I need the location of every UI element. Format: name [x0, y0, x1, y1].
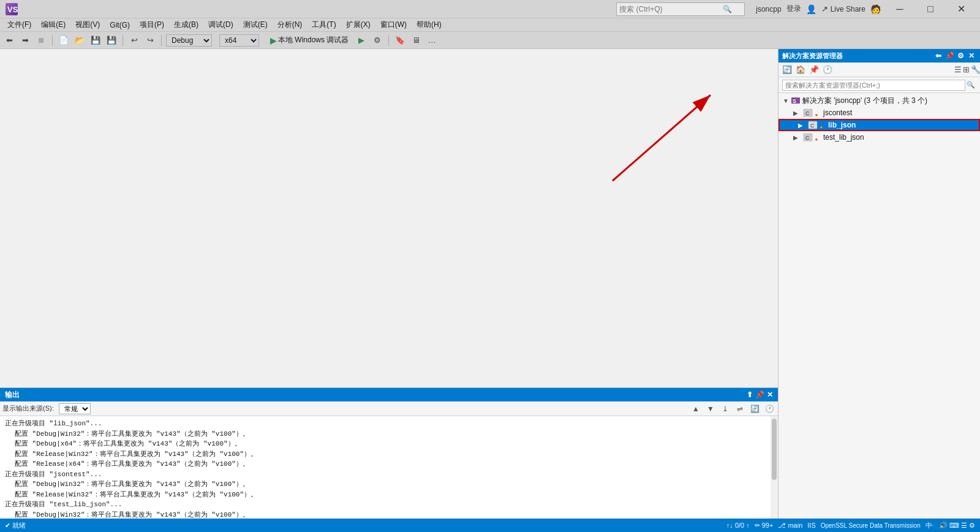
branch-label: main: [788, 522, 802, 529]
run-btn[interactable]: ▶ 本地 Windows 调试器: [266, 34, 352, 47]
liveshare-btn[interactable]: ↗ Live Share: [821, 4, 865, 13]
title-search-input[interactable]: [617, 5, 721, 13]
se-close-btn[interactable]: ✕: [967, 51, 976, 61]
openssl-label: OpenSSL Secure Data Transmission: [821, 522, 921, 529]
tree-lib-json[interactable]: ▶ C ● lib_json: [778, 119, 980, 131]
output-panel: 输出 ⬆ 📌 ✕ 显示输出来源(S): 常规 生成 调试 ▲ ▼ ⤓ ⇌ 🔄 🕐: [0, 387, 778, 522]
svg-text:C: C: [805, 110, 810, 116]
se-search-icon[interactable]: 🔍: [965, 80, 976, 91]
se-search-input[interactable]: [782, 80, 965, 91]
tree-jscontest[interactable]: ▶ C ● jscontest: [778, 107, 980, 119]
se-unpin-btn[interactable]: 📌: [944, 51, 954, 61]
tree-solution-root[interactable]: ▼ S 解决方案 'jsoncpp' (3 个项目，共 3 个): [778, 94, 980, 107]
title-search[interactable]: 🔍: [616, 2, 745, 16]
output-dock-btn[interactable]: 📌: [755, 390, 764, 399]
menu-window[interactable]: 窗口(W): [375, 18, 412, 31]
toolbar-redo-btn[interactable]: ↪: [143, 34, 157, 47]
menu-git[interactable]: Git(G): [105, 20, 135, 31]
status-left: ✔ 就绪: [5, 521, 26, 530]
platform-select[interactable]: x64 x86 Win32: [219, 34, 259, 47]
toolbar-bookmark-btn[interactable]: 🔖: [393, 34, 407, 47]
status-right: ↑↓ 0/0 ↑ ✏ 99+ ⎇ main IIS OpenSSL Secure…: [726, 521, 975, 530]
output-header: 输出 ⬆ 📌 ✕: [0, 388, 778, 401]
status-branch[interactable]: ⎇ main: [778, 522, 802, 530]
solution-label: 解决方案 'jsoncpp' (3 个项目，共 3 个): [802, 96, 927, 106]
output-line-8: 配置 "Release|Win32"：将平台工具集更改为 "v143"（之前为 …: [5, 490, 773, 500]
menu-extensions[interactable]: 扩展(X): [341, 18, 375, 31]
tree-test-lib-json[interactable]: ▶ C ● test_lib_json: [778, 131, 980, 143]
se-toolbar-sync[interactable]: 🔄: [781, 64, 793, 76]
output-time-btn[interactable]: 🕐: [763, 403, 775, 415]
output-source-select[interactable]: 常规 生成 调试: [59, 403, 91, 414]
se-toolbar-home[interactable]: 🏠: [794, 64, 807, 76]
output-scroll-end-btn[interactable]: ⤓: [719, 403, 731, 415]
output-line-5: 配置 "Release|x64"：将平台工具集更改为 "v143"（之前为 "v…: [5, 459, 773, 469]
toolbar-attach-btn[interactable]: ⚙: [371, 34, 384, 47]
user-icon[interactable]: 👤: [806, 4, 816, 14]
output-scrollbar[interactable]: [771, 416, 778, 522]
menu-file[interactable]: 文件(F): [2, 18, 36, 31]
se-toolbar-filter[interactable]: 🔧: [971, 64, 980, 76]
menu-analyze[interactable]: 分析(N): [273, 18, 307, 31]
output-line-2: 配置 "Debug|Win32"：将平台工具集更改为 "v143"（之前为 "v…: [5, 429, 773, 439]
se-tree: ▼ S 解决方案 'jsoncpp' (3 个项目，共 3 个) ▶ C: [778, 93, 980, 522]
liveshare-icon: ↗: [821, 4, 828, 13]
se-settings-btn[interactable]: ⚙: [956, 51, 965, 61]
pencil-icon: ✏: [755, 522, 760, 530]
toolbar-new-btn[interactable]: 📄: [57, 34, 70, 47]
output-close-btn[interactable]: ✕: [767, 390, 773, 399]
status-errors[interactable]: ↑↓ 0/0 ↑: [726, 522, 750, 529]
toolbar-open-btn[interactable]: 📂: [73, 34, 86, 47]
liveshare-label: Live Share: [831, 5, 865, 13]
jscontest-arrow: ▶: [791, 110, 801, 116]
toolbar-undo-btn[interactable]: ↩: [127, 34, 141, 47]
output-scrollbar-thumb[interactable]: [772, 419, 777, 480]
output-sync-btn[interactable]: 🔄: [748, 403, 761, 415]
toolbar-play2-btn[interactable]: ▶: [355, 34, 368, 47]
toolbar-more-btn[interactable]: …: [425, 34, 439, 47]
jscontest-overlay: ●: [812, 110, 821, 120]
git-icon: ⎇: [778, 522, 786, 530]
maximize-btn[interactable]: □: [916, 0, 944, 18]
se-toolbar-clock[interactable]: 🕐: [821, 64, 834, 76]
menu-test[interactable]: 测试(E): [238, 18, 273, 31]
menu-debug[interactable]: 调试(D): [203, 18, 238, 31]
output-content[interactable]: 正在升级项目 "lib_json"... 配置 "Debug|Win32"：将平…: [0, 416, 778, 522]
se-toolbar-view2[interactable]: ⊞: [963, 64, 970, 76]
test-lib-json-overlay: ●: [812, 134, 821, 144]
toolbar-screen-btn[interactable]: 🖥: [409, 34, 423, 47]
toolbar-saveall-btn[interactable]: 💾: [105, 34, 118, 47]
se-toolbar-view1[interactable]: ☰: [954, 64, 962, 76]
menu-build[interactable]: 生成(B): [169, 18, 203, 31]
toolbar-forward-btn[interactable]: ➡: [18, 34, 32, 47]
se-toolbar: 🔄 🏠 📌 🕐 ☰ ⊞ 🔧 ⊞: [778, 63, 980, 77]
menu-tools[interactable]: 工具(T): [307, 18, 341, 31]
menu-view[interactable]: 视图(V): [70, 18, 105, 31]
se-pin-btn[interactable]: ⬅: [933, 51, 943, 61]
output-toolbar: 显示输出来源(S): 常规 生成 调试 ▲ ▼ ⤓ ⇌ 🔄 🕐: [0, 401, 778, 416]
lib-json-arrow: ▶: [796, 122, 805, 129]
output-pin-btn[interactable]: ⬆: [747, 390, 753, 399]
login-label[interactable]: 登录: [786, 4, 801, 14]
test-lib-json-label: test_lib_json: [823, 133, 864, 142]
solution-icon: S: [791, 96, 801, 105]
close-btn[interactable]: ✕: [947, 0, 975, 18]
output-scroll-up-btn[interactable]: ▲: [690, 403, 702, 415]
menu-edit[interactable]: 编辑(E): [36, 18, 70, 31]
output-wrap-btn[interactable]: ⇌: [734, 403, 746, 415]
toolbar-back-btn[interactable]: ⬅: [2, 34, 16, 47]
se-title: 解决方案资源管理器: [782, 51, 843, 61]
output-scroll-down-btn[interactable]: ▼: [704, 403, 717, 415]
person-icon[interactable]: 🧑: [870, 4, 881, 14]
toolbar-stop-btn[interactable]: ⏹: [34, 34, 48, 47]
menu-project[interactable]: 项目(P): [135, 18, 169, 31]
toolbar-save-btn[interactable]: 💾: [89, 34, 102, 47]
ime-label: 中·: [925, 521, 934, 530]
debug-config-select[interactable]: Debug Release: [166, 34, 212, 47]
menu-help[interactable]: 帮助(H): [412, 18, 447, 31]
minimize-btn[interactable]: ─: [886, 0, 914, 18]
status-ime[interactable]: 中·: [925, 521, 934, 530]
se-header: 解决方案资源管理器 ⬅ 📌 ⚙ ✕: [778, 49, 980, 63]
status-ready: ✔ 就绪: [5, 521, 26, 530]
se-toolbar-pin2[interactable]: 📌: [808, 64, 820, 76]
